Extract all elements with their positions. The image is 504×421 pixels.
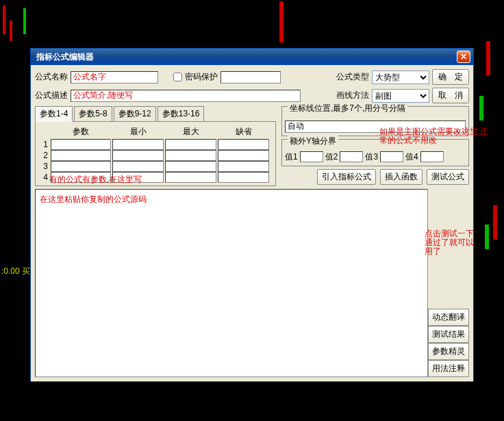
name-label: 公式名称	[35, 71, 68, 83]
coord-input[interactable]	[285, 120, 466, 133]
desc-label: 公式描述	[35, 90, 68, 101]
yaxis-3-input[interactable]	[380, 151, 403, 162]
param-3-def[interactable]	[218, 161, 269, 172]
param-2-name[interactable]	[51, 150, 111, 161]
param-3-min[interactable]	[112, 161, 164, 172]
param-1-min[interactable]	[112, 139, 164, 150]
dialog-title: 指标公式编辑器	[36, 51, 94, 63]
tab-params-5-8[interactable]: 参数5-8	[74, 106, 112, 122]
param-4-def[interactable]	[218, 172, 269, 183]
dynamic-translate-button[interactable]: 动态翻译	[428, 309, 469, 326]
param-row-4: 4	[38, 172, 273, 183]
param-header: 参数 最小 最大 缺省	[38, 125, 273, 139]
insert-function-button[interactable]: 插入函数	[380, 169, 423, 185]
param-row-3: 3	[38, 161, 273, 172]
draw-label: 画线方法	[336, 90, 369, 101]
yaxis-4-input[interactable]	[420, 151, 444, 162]
param-row-2: 2	[38, 150, 273, 161]
password-checkbox[interactable]	[173, 73, 182, 81]
type-select[interactable]: 大势型	[372, 71, 429, 84]
yaxis-title: 额外Y轴分界	[288, 136, 338, 147]
param-4-name[interactable]	[51, 172, 111, 183]
param-2-max[interactable]	[165, 150, 216, 161]
password-input[interactable]	[220, 71, 281, 84]
yaxis-2-input[interactable]	[340, 151, 363, 162]
tab-params-1-4[interactable]: 参数1-4	[35, 106, 73, 122]
type-label: 公式类型	[336, 71, 369, 83]
param-row-1: 1	[38, 139, 273, 150]
param-3-max[interactable]	[165, 161, 216, 172]
formula-editor-dialog: 指标公式编辑器 ✕ 公式名称 密码保护 公式类型 大势型 确 定 公式描述	[30, 48, 474, 382]
param-wizard-button[interactable]: 参数精灵	[428, 343, 469, 360]
usage-notes-button[interactable]: 用法注释	[428, 360, 469, 377]
titlebar[interactable]: 指标公式编辑器 ✕	[31, 49, 473, 65]
param-1-max[interactable]	[165, 139, 216, 150]
param-1-name[interactable]	[51, 139, 111, 150]
param-1-def[interactable]	[218, 139, 269, 150]
password-label: 密码保护	[185, 71, 218, 83]
param-4-min[interactable]	[112, 172, 164, 183]
formula-code-textarea[interactable]	[35, 189, 428, 377]
params-area: 参数1-4 参数5-8 参数9-12 参数13-16 参数 最小 最大 缺省 1	[35, 106, 276, 186]
tab-params-13-16[interactable]: 参数13-16	[158, 106, 205, 122]
param-2-def[interactable]	[218, 150, 269, 161]
test-result-button[interactable]: 测试结果	[428, 326, 469, 343]
param-4-max[interactable]	[165, 172, 216, 183]
draw-select[interactable]: 副图	[372, 89, 429, 103]
cancel-button[interactable]: 取 消	[432, 88, 469, 103]
desc-input[interactable]	[71, 90, 301, 102]
coord-group: 坐标线位置,最多7个,用分号分隔	[281, 106, 469, 136]
yaxis-1-input[interactable]	[300, 151, 323, 162]
test-formula-button[interactable]: 测试公式	[427, 169, 469, 185]
param-2-min[interactable]	[112, 150, 164, 161]
name-input[interactable]	[71, 71, 158, 84]
close-icon[interactable]: ✕	[457, 51, 470, 63]
ok-button[interactable]: 确 定	[432, 69, 469, 85]
yaxis-group: 额外Y轴分界 值1 值2 值3 值4	[281, 139, 469, 166]
coord-title: 坐标线位置,最多7个,用分号分隔	[288, 103, 407, 114]
tab-params-9-12[interactable]: 参数9-12	[114, 106, 156, 122]
import-formula-button[interactable]: 引入指标公式	[317, 169, 376, 185]
param-3-name[interactable]	[51, 161, 111, 172]
